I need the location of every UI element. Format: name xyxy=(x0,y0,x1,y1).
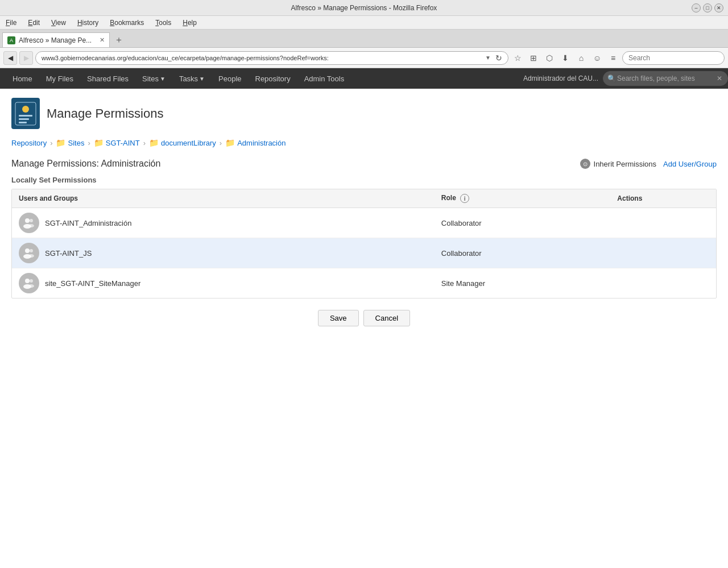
role-cell-1: Collaborator xyxy=(435,208,611,238)
nav-admin-tools[interactable]: Admin Tools xyxy=(297,68,351,89)
add-user-button[interactable]: Add User/Group xyxy=(663,160,717,168)
user-cell-inner-2: SGT-AINT_JS xyxy=(19,243,428,263)
breadcrumb: Repository › 📁 Sites › 📁 SGT-AINT › 📁 do… xyxy=(11,138,717,147)
url-bar[interactable]: www3.gobiernodecanarias.org/educacion/ca… xyxy=(35,51,508,65)
breadcrumb-repository[interactable]: Repository xyxy=(11,139,47,147)
nav-my-files[interactable]: My Files xyxy=(39,68,80,89)
url-text: www3.gobiernodecanarias.org/educacion/ca… xyxy=(42,55,483,61)
svg-point-8 xyxy=(28,224,34,227)
table-row: SGT-AINT_Administración Collaborator xyxy=(12,208,716,238)
logo-svg xyxy=(14,101,37,126)
folder-icon-sgt: 📁 xyxy=(94,138,104,147)
actions-cell-2 xyxy=(610,238,716,268)
permissions-table: Users and Groups Role i Actions xyxy=(12,189,716,298)
svg-point-1 xyxy=(22,106,29,113)
table-row: SGT-AINT_JS Collaborator xyxy=(12,238,716,268)
minimize-button[interactable]: – xyxy=(692,3,701,13)
avatar-2 xyxy=(19,243,39,263)
menu-bookmarks[interactable]: Bookmarks xyxy=(106,18,147,28)
breadcrumb-administracion[interactable]: 📁 Administración xyxy=(225,138,286,147)
bookmarks-icon[interactable]: ☆ xyxy=(511,51,524,65)
back-button[interactable]: ◀ xyxy=(3,51,17,65)
col-header-actions: Actions xyxy=(610,189,716,208)
folder-icon-sites: 📁 xyxy=(56,138,65,147)
tab-favicon: A xyxy=(7,36,15,44)
app-search-icon: 🔍 xyxy=(607,74,616,82)
role-info-icon[interactable]: i xyxy=(460,194,469,203)
user-cell-inner-3: site_SGT-AINT_SiteManager xyxy=(19,273,428,293)
col-header-role: Role i xyxy=(435,189,611,208)
user-group-icon-3 xyxy=(22,276,36,290)
avatar-3 xyxy=(19,273,39,293)
nav-sites[interactable]: Sites ▼ xyxy=(135,68,172,89)
maximize-button[interactable]: □ xyxy=(703,3,712,13)
svg-point-14 xyxy=(30,279,33,283)
username-3: site_SGT-AINT_SiteManager xyxy=(45,279,140,288)
menu-icon[interactable]: ≡ xyxy=(606,51,620,65)
btn-row: Save Cancel xyxy=(11,310,717,326)
nav-tasks[interactable]: Tasks ▼ xyxy=(172,68,212,89)
app-nav: Home My Files Shared Files Sites ▼ Tasks… xyxy=(0,68,728,89)
breadcrumb-doclibrary[interactable]: 📁 documentLibrary xyxy=(149,138,216,147)
menu-view[interactable]: View xyxy=(48,18,69,28)
nav-home[interactable]: Home xyxy=(6,68,39,89)
save-button[interactable]: Save xyxy=(318,310,359,326)
user-group-icon-1 xyxy=(22,216,36,230)
page-title: Manage Permissions xyxy=(47,106,163,121)
svg-rect-3 xyxy=(19,118,29,120)
breadcrumb-sites[interactable]: 📁 Sites xyxy=(56,138,84,147)
close-button[interactable]: ✕ xyxy=(714,3,723,13)
locally-set-heading: Locally Set Permissions xyxy=(11,176,717,184)
nav-people[interactable]: People xyxy=(212,68,248,89)
home-icon[interactable]: ⌂ xyxy=(574,51,588,65)
browser-search-input[interactable] xyxy=(622,51,725,65)
menu-edit[interactable]: Edit xyxy=(24,18,43,28)
reload-button[interactable]: ↻ xyxy=(495,53,502,63)
username-1: SGT-AINT_Administración xyxy=(45,219,131,227)
forward-button[interactable]: ▶ xyxy=(19,51,33,65)
nav-shared-files[interactable]: Shared Files xyxy=(80,68,135,89)
url-dropdown-icon[interactable]: ▼ xyxy=(485,55,491,61)
inherit-permissions-button[interactable]: ⊙ Inherit Permissions xyxy=(580,159,657,169)
new-tab-button[interactable]: ＋ xyxy=(110,32,128,47)
svg-point-10 xyxy=(30,249,33,252)
profile-icon[interactable]: ☺ xyxy=(590,51,604,65)
username-2: SGT-AINT_JS xyxy=(45,249,92,258)
tasks-dropdown-icon: ▼ xyxy=(199,76,205,82)
menu-help[interactable]: Help xyxy=(179,18,200,28)
avatar-1 xyxy=(19,213,39,233)
permissions-actions: ⊙ Inherit Permissions Add User/Group xyxy=(580,159,717,169)
reading-list-icon[interactable]: ⊞ xyxy=(527,51,540,65)
menu-tools[interactable]: Tools xyxy=(152,18,175,28)
cancel-button[interactable]: Cancel xyxy=(363,310,410,326)
tab-bar: A Alfresco » Manage Pe... ✕ ＋ xyxy=(0,30,728,48)
app-search-input[interactable] xyxy=(603,71,728,86)
permissions-header: Manage Permissions: Administración ⊙ Inh… xyxy=(11,159,717,169)
inherit-label: Inherit Permissions xyxy=(594,160,657,168)
folder-icon-admin: 📁 xyxy=(225,138,235,147)
svg-point-12 xyxy=(28,254,34,258)
browser-title-bar: Alfresco » Manage Permissions - Mozilla … xyxy=(0,0,728,16)
search-clear-button[interactable]: ✕ xyxy=(717,74,722,82)
permissions-title: Manage Permissions: Administración xyxy=(11,159,160,169)
download-icon[interactable]: ⬇ xyxy=(559,51,572,65)
user-cell-2: SGT-AINT_JS xyxy=(12,238,435,268)
pocket-icon[interactable]: ⬡ xyxy=(543,51,556,65)
tab-close-button[interactable]: ✕ xyxy=(100,36,105,44)
role-cell-2: Collaborator xyxy=(435,238,611,268)
menu-history[interactable]: History xyxy=(74,18,102,28)
svg-point-6 xyxy=(30,219,33,222)
page-content: Manage Permissions Repository › 📁 Sites … xyxy=(0,89,728,335)
nav-repository[interactable]: Repository xyxy=(249,68,297,89)
svg-rect-4 xyxy=(19,122,27,123)
active-tab[interactable]: A Alfresco » Manage Pe... ✕ xyxy=(2,32,110,47)
role-cell-3: Site Manager xyxy=(435,268,611,298)
svg-point-5 xyxy=(25,218,30,223)
actions-cell-1 xyxy=(610,208,716,238)
toolbar-icons: ☆ ⊞ ⬡ ⬇ ⌂ ☺ ≡ xyxy=(511,51,620,65)
window-controls: – □ ✕ xyxy=(692,3,723,13)
menu-file[interactable]: File xyxy=(2,18,20,28)
breadcrumb-sgt-aint[interactable]: 📁 SGT-AINT xyxy=(94,138,140,147)
col-header-users: Users and Groups xyxy=(12,189,435,208)
permissions-table-container: Users and Groups Role i Actions xyxy=(11,189,717,298)
